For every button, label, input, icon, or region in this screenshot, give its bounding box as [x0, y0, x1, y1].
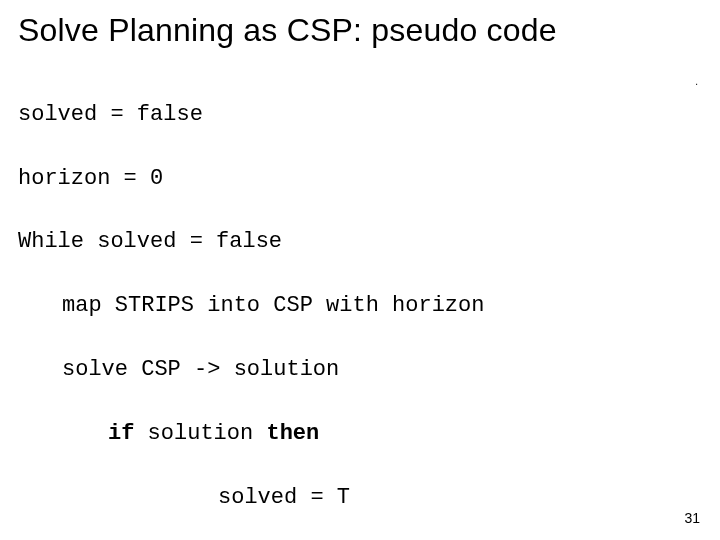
keyword-if: if	[108, 421, 134, 446]
page-number: 31	[684, 510, 700, 526]
pseudocode-block: solved = false horizon = 0 While solved …	[18, 67, 702, 540]
code-line: solve CSP -> solution	[18, 354, 702, 386]
stray-dot: .	[695, 76, 698, 87]
code-line: horizon = 0	[18, 163, 702, 195]
code-line: map STRIPS into CSP with horizon	[18, 290, 702, 322]
code-line: solved = T	[18, 482, 702, 514]
code-line: solved = false	[18, 99, 702, 131]
slide-title: Solve Planning as CSP: pseudo code	[18, 12, 702, 49]
code-line: While solved = false	[18, 226, 702, 258]
code-fragment: solution	[134, 421, 266, 446]
keyword-then: then	[266, 421, 319, 446]
code-line: if solution then	[18, 418, 702, 450]
